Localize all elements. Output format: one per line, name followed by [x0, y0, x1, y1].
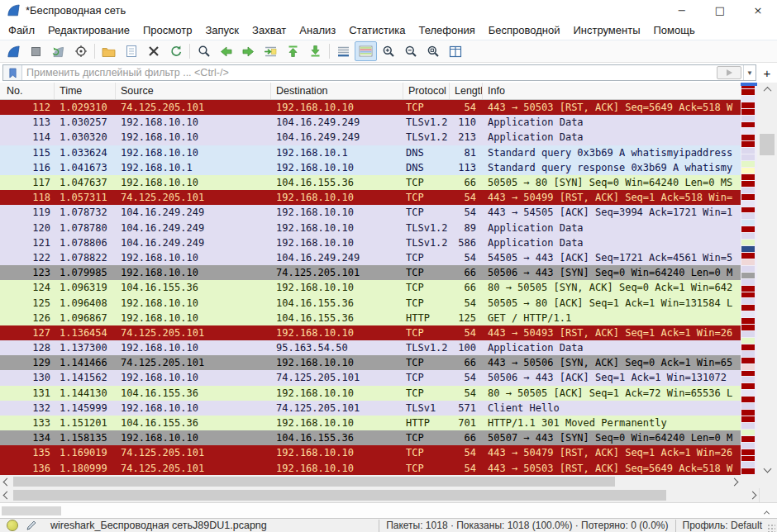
- column-header-destination[interactable]: Destination: [271, 83, 403, 99]
- scroll-down-arrow[interactable]: [757, 462, 777, 475]
- stop-capture-icon[interactable]: [25, 41, 47, 61]
- find-packet-icon[interactable]: [193, 41, 215, 61]
- menu-item-wireless[interactable]: Беспроводной: [482, 21, 567, 39]
- column-header-time[interactable]: Time: [55, 83, 116, 99]
- reload-file-icon[interactable]: [164, 41, 187, 61]
- menu-item-file[interactable]: Файл: [2, 21, 41, 39]
- packet-row[interactable]: 1211.078806104.16.249.249192.168.10.10TL…: [0, 235, 741, 250]
- packet-row[interactable]: 1321.145999192.168.10.1074.125.205.101TL…: [0, 401, 741, 416]
- packet-row[interactable]: 1281.137300192.168.10.1095.163.54.50TLSv…: [0, 340, 741, 355]
- packet-row[interactable]: 1241.096319104.16.155.36192.168.10.10TCP…: [0, 280, 741, 295]
- packet-row[interactable]: 1271.13645474.125.205.101192.168.10.10TC…: [0, 325, 741, 340]
- hscroll2-left-arrow[interactable]: [0, 488, 13, 502]
- packet-row[interactable]: 1231.079985192.168.10.1074.125.205.101TC…: [0, 265, 741, 280]
- packet-row[interactable]: 1341.158135192.168.10.10104.16.155.36TCP…: [0, 430, 741, 445]
- menu-item-help[interactable]: Помощь: [647, 21, 702, 39]
- packet-row[interactable]: 1331.151201104.16.155.36192.168.10.10HTT…: [0, 416, 741, 430]
- vertical-scroll-track[interactable]: [757, 96, 777, 462]
- packet-row[interactable]: 1151.033624192.168.10.10192.168.10.1DNS8…: [0, 145, 741, 160]
- packet-row[interactable]: 1351.16901974.125.205.101192.168.10.10TC…: [0, 445, 741, 460]
- resize-columns-icon[interactable]: [444, 41, 466, 61]
- packet-row[interactable]: 1301.141562192.168.10.1074.125.205.101TC…: [0, 370, 741, 385]
- minimap-stripe: [741, 468, 755, 474]
- minimize-button[interactable]: −: [663, 0, 701, 20]
- filter-input[interactable]: [22, 67, 717, 78]
- column-header-source[interactable]: Source: [116, 83, 271, 99]
- hscroll2-track[interactable]: [13, 488, 746, 502]
- packet-row[interactable]: 1181.05731174.125.205.101192.168.10.10TC…: [0, 190, 741, 205]
- restart-capture-icon[interactable]: [47, 41, 69, 61]
- hscroll-track[interactable]: [13, 475, 727, 488]
- expert-info-icon[interactable]: [7, 520, 18, 531]
- collapsed-pane-thumb[interactable]: [2, 506, 61, 515]
- packet-row[interactable]: 1121.02931074.125.205.101192.168.10.10TC…: [0, 100, 741, 115]
- menu-item-go[interactable]: Запуск: [198, 21, 245, 39]
- hscroll2-thumb[interactable]: [13, 490, 666, 501]
- menu-item-tools[interactable]: Инструменты: [566, 21, 646, 39]
- save-file-icon[interactable]: [120, 41, 142, 61]
- display-filter-field[interactable]: ▼: [2, 64, 756, 81]
- packet-row[interactable]: 1311.144130104.16.155.36192.168.10.10TCP…: [0, 386, 741, 401]
- packet-row[interactable]: 1261.096867192.168.10.10104.16.155.36HTT…: [0, 311, 741, 325]
- menu-item-capture[interactable]: Захват: [245, 21, 293, 39]
- go-last-packet-icon[interactable]: [304, 41, 327, 61]
- column-header-protocol[interactable]: Protocol: [403, 83, 450, 99]
- hscroll2-right-arrow[interactable]: [746, 488, 759, 502]
- filter-bookmark-icon[interactable]: [3, 65, 22, 80]
- vertical-scroll-thumb[interactable]: [760, 134, 775, 155]
- menu-item-view[interactable]: Просмотр: [136, 21, 198, 39]
- packet-row[interactable]: 1161.041673192.168.10.1192.168.10.10DNS1…: [0, 160, 741, 175]
- collapsed-pane-scrollbar[interactable]: [0, 502, 777, 518]
- packet-row[interactable]: 1171.047637192.168.10.10104.16.155.36TCP…: [0, 175, 741, 190]
- menu-item-telephony[interactable]: Телефония: [412, 21, 481, 39]
- zoom-in-icon[interactable]: [377, 41, 399, 61]
- intelligent-scrollbar[interactable]: [741, 83, 757, 475]
- vertical-scrollbar[interactable]: [757, 83, 777, 475]
- filter-dropdown-caret[interactable]: ▼: [743, 65, 756, 80]
- horizontal-scrollbar-lower[interactable]: [0, 488, 760, 502]
- menu-item-edit[interactable]: Редактирование: [41, 21, 136, 39]
- go-to-packet-icon[interactable]: [260, 41, 282, 61]
- scroll-up-arrow[interactable]: [757, 83, 777, 96]
- column-header-length[interactable]: Length: [450, 83, 483, 99]
- profile-label[interactable]: Профиль: Default: [683, 520, 763, 531]
- column-header-no[interactable]: No.: [0, 83, 55, 99]
- menu-item-analyze[interactable]: Анализ: [293, 21, 342, 39]
- open-file-icon[interactable]: [98, 41, 120, 61]
- apply-filter-button[interactable]: [717, 66, 741, 79]
- go-forward-icon[interactable]: [237, 41, 260, 61]
- packet-row[interactable]: 1201.078780104.16.249.249192.168.10.10TL…: [0, 221, 741, 235]
- zoom-original-icon[interactable]: [422, 41, 444, 61]
- packet-row[interactable]: 1361.18099974.125.205.101192.168.10.10TC…: [0, 461, 741, 476]
- resize-grip[interactable]: [767, 524, 775, 532]
- capture-comment-icon[interactable]: [26, 520, 37, 531]
- maximize-button[interactable]: □: [701, 0, 739, 20]
- packet-protocol: DNS: [403, 162, 450, 173]
- packet-row[interactable]: 1191.078732104.16.249.249192.168.10.10TC…: [0, 205, 741, 220]
- hscroll-thumb[interactable]: [13, 477, 615, 487]
- packet-row[interactable]: 1141.030320192.168.10.10104.16.249.249TL…: [0, 130, 741, 145]
- packet-length: 54: [450, 207, 483, 218]
- collapsed-pane-up-arrow[interactable]: [765, 503, 769, 518]
- packet-time: 1.047637: [55, 177, 116, 188]
- close-file-icon[interactable]: [142, 41, 164, 61]
- add-filter-button[interactable]: +: [760, 65, 775, 80]
- packet-protocol: TCP: [403, 192, 450, 203]
- hscroll-right-arrow[interactable]: [727, 475, 741, 488]
- column-header-info[interactable]: Info: [483, 83, 741, 99]
- packet-row[interactable]: 1131.030257192.168.10.10104.16.249.249TL…: [0, 115, 741, 130]
- horizontal-scrollbar-packet-list[interactable]: [0, 475, 741, 488]
- menu-item-statistics[interactable]: Статистика: [342, 21, 412, 39]
- hscroll-left-arrow[interactable]: [0, 475, 13, 488]
- capture-options-icon[interactable]: [69, 41, 92, 61]
- colorize-packets-icon[interactable]: [355, 41, 377, 61]
- go-first-packet-icon[interactable]: [282, 41, 304, 61]
- close-button[interactable]: ×: [739, 0, 777, 20]
- start-capture-icon[interactable]: [2, 41, 25, 61]
- packet-row[interactable]: 1291.14146674.125.205.101192.168.10.10TC…: [0, 355, 741, 370]
- auto-scroll-icon[interactable]: [332, 41, 355, 61]
- zoom-out-icon[interactable]: [399, 41, 422, 61]
- packet-row[interactable]: 1221.078822192.168.10.10104.16.249.249TC…: [0, 250, 741, 265]
- packet-row[interactable]: 1251.096408192.168.10.10104.16.155.36TCP…: [0, 295, 741, 310]
- go-back-icon[interactable]: [215, 41, 237, 61]
